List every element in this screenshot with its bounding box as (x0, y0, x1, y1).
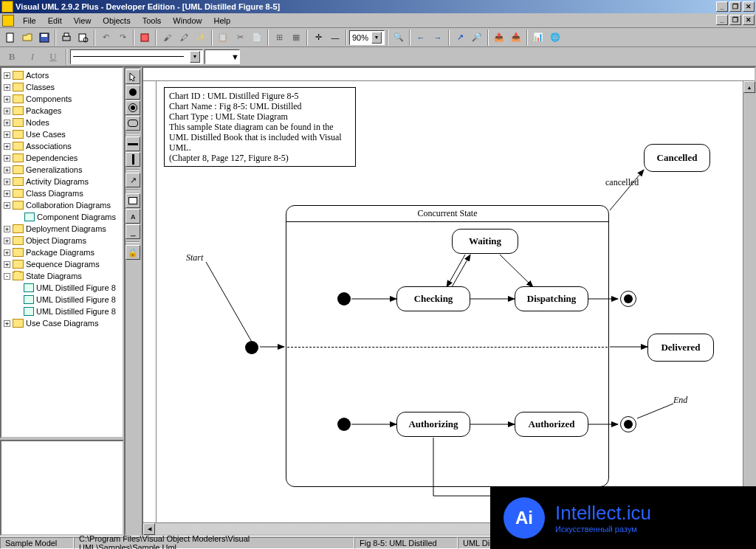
tree-item[interactable]: -State Diagrams (1, 270, 123, 282)
tree-item[interactable]: +Class Diagrams (1, 187, 123, 199)
expand-icon[interactable]: + (4, 190, 10, 197)
menu-file[interactable]: File (17, 15, 42, 27)
minimize-button[interactable]: _ (716, 1, 728, 12)
paint-button[interactable]: 🖍 (176, 30, 192, 46)
tree-item[interactable]: UML Distilled Figure 8 (1, 294, 123, 305)
hsync-tool[interactable] (126, 137, 140, 151)
cut-button[interactable]: ✂ (232, 30, 248, 46)
note-tool[interactable] (126, 193, 140, 208)
scroll-up-button[interactable]: ▲ (743, 81, 755, 93)
tree-item[interactable]: +Use Case Diagrams (1, 317, 123, 329)
tree-item[interactable]: +Classes (1, 81, 123, 93)
expand-icon[interactable]: + (4, 320, 10, 327)
chart-button[interactable]: 📊 (530, 30, 546, 46)
print-preview-button[interactable] (75, 30, 92, 46)
open-button[interactable] (19, 30, 35, 46)
expand-icon[interactable]: + (4, 167, 10, 173)
nav-back-button[interactable]: ← (413, 30, 429, 46)
state-cancelled[interactable]: Cancelled (644, 144, 710, 172)
tree-item[interactable]: +Collaboration Diagrams (1, 199, 123, 211)
expand-icon[interactable]: + (4, 238, 10, 244)
expand-icon[interactable]: + (4, 179, 10, 185)
print-button[interactable] (58, 30, 75, 46)
crosshair-button[interactable]: ✛ (310, 30, 326, 46)
close-button[interactable]: ✕ (743, 1, 755, 12)
chevron-down-icon[interactable]: ▼ (190, 51, 200, 63)
chevron-down-icon[interactable]: ▼ (371, 32, 382, 44)
web-button[interactable]: 🌐 (547, 30, 563, 46)
menu-edit[interactable]: Edit (42, 15, 68, 27)
maximize-button[interactable]: ❐ (729, 1, 741, 12)
vsync-tool[interactable] (126, 152, 140, 167)
mdi-minimize-button[interactable]: _ (716, 15, 728, 25)
expand-icon[interactable]: + (4, 120, 10, 126)
tree-item[interactable]: UML Distilled Figure 8 (1, 305, 123, 317)
align-button[interactable]: ⊞ (271, 30, 287, 46)
tree-item[interactable]: +Packages (1, 105, 123, 117)
menu-tools[interactable]: Tools (137, 15, 168, 27)
state-authorizing[interactable]: Authorizing (396, 412, 470, 437)
tree-item[interactable]: UML Distilled Figure 8 (1, 282, 123, 294)
expand-icon[interactable]: + (4, 155, 10, 162)
italic-button[interactable]: I (23, 49, 42, 64)
region2-initial[interactable] (337, 418, 351, 431)
wand-button[interactable]: ✨ (193, 30, 209, 46)
collapse-icon[interactable]: - (4, 273, 10, 280)
diagram-canvas[interactable]: Chart ID : UML Distilled Figure 8-5 Char… (157, 81, 743, 522)
tree-item[interactable]: +Package Diagrams (1, 246, 123, 258)
nav-up-button[interactable]: ↗ (452, 30, 468, 46)
expand-icon[interactable]: + (4, 249, 10, 256)
lock-tool[interactable]: 🔒 (126, 245, 140, 260)
nav-find-button[interactable]: 🔎 (469, 30, 485, 46)
region2-final[interactable] (620, 416, 636, 432)
expand-icon[interactable]: + (4, 72, 10, 79)
menu-help[interactable]: Help (207, 15, 236, 27)
find-button[interactable]: 🔍 (391, 30, 407, 46)
expand-icon[interactable]: + (4, 131, 10, 138)
tree-item[interactable]: +Deployment Diagrams (1, 223, 123, 235)
state-delivered[interactable]: Delivered (647, 334, 714, 362)
text-tool[interactable]: ᴀ (126, 209, 140, 224)
tree-item[interactable]: +Use Cases (1, 128, 123, 140)
new-button[interactable] (2, 30, 18, 46)
expand-icon[interactable]: + (4, 143, 10, 150)
export-button[interactable]: 📤 (491, 30, 507, 46)
tree-item[interactable]: +Actors (1, 69, 123, 81)
underline-button[interactable]: U (44, 49, 63, 64)
model-button[interactable] (137, 30, 153, 46)
chevron-down-icon[interactable]: ▼ (231, 52, 239, 61)
tree-item[interactable]: +Associations (1, 140, 123, 152)
state-waiting[interactable]: Waiting (452, 229, 518, 254)
menu-objects[interactable]: Objects (97, 15, 136, 27)
brush-button[interactable]: 🖌 (159, 30, 175, 46)
canvas-scrollbar-v[interactable]: ▲ (743, 81, 755, 522)
paste-button[interactable]: 📄 (249, 30, 265, 46)
expand-icon[interactable]: + (4, 84, 10, 91)
tree-item[interactable]: +Activity Diagrams (1, 176, 123, 187)
tree-pane[interactable]: +Actors+Classes+Components+Packages+Node… (0, 66, 124, 438)
region1-initial[interactable] (337, 292, 351, 305)
tree-item[interactable]: +Nodes (1, 117, 123, 128)
group-button[interactable]: ▦ (288, 30, 304, 46)
expand-icon[interactable]: + (4, 96, 10, 103)
redo-button[interactable]: ↷ (114, 30, 131, 46)
anchor-tool[interactable]: ⎯ (126, 224, 140, 239)
transition-tool[interactable]: ↗ (126, 173, 140, 187)
tree-item[interactable]: +Generalizations (1, 164, 123, 176)
copy-button[interactable]: 📋 (215, 30, 231, 46)
concurrent-state[interactable]: Concurrent State (286, 205, 609, 487)
state-checking[interactable]: Checking (396, 286, 470, 311)
line-style-combo[interactable]: ▼ (70, 49, 203, 64)
state-dispatching[interactable]: Dispatching (515, 286, 588, 311)
expand-icon[interactable]: + (4, 226, 10, 232)
initial-state[interactable] (245, 341, 258, 354)
bold-button[interactable]: B (2, 49, 21, 64)
mdi-close-button[interactable]: ✕ (743, 15, 755, 25)
state-authorized[interactable]: Authorized (515, 412, 588, 437)
mdi-restore-button[interactable]: ❐ (729, 15, 741, 25)
menu-window[interactable]: Window (167, 15, 207, 27)
import-button[interactable]: 📥 (508, 30, 524, 46)
undo-button[interactable]: ↶ (97, 30, 114, 46)
menu-view[interactable]: View (68, 15, 97, 27)
pointer-tool[interactable] (126, 69, 140, 84)
